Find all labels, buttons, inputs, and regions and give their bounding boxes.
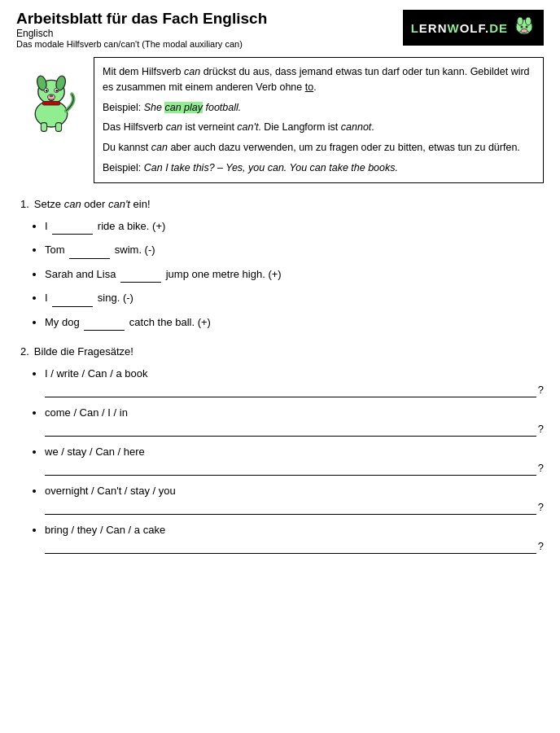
- info-example2: Beispiel: Can I take this? – Yes, you ca…: [103, 160, 535, 176]
- answer-underline: [45, 500, 536, 515]
- exercise-2: 2. Bilde die Fragesätze! I / write / Can…: [20, 345, 544, 554]
- exercise-1-list: I ride a bike. (+) Tom swim. (-) Sarah a…: [20, 218, 544, 331]
- exercise-1-number: 1.: [20, 198, 29, 210]
- info-para1: Mit dem Hilfsverb can drückst du aus, da…: [103, 64, 535, 95]
- list-item: overnight / Can't / stay / you ?: [45, 483, 544, 515]
- ex2-line-3: ?: [45, 460, 544, 476]
- exercise-1-instruction: Setze can oder can't ein!: [34, 198, 151, 210]
- exercise-2-instruction: Bilde die Fragesätze!: [34, 345, 133, 358]
- logo-box: LERNWOLF.DE: [403, 10, 544, 46]
- question-mark: ?: [538, 538, 544, 555]
- exercise-2-number: 2.: [20, 345, 29, 358]
- svg-rect-21: [42, 102, 60, 106]
- exercise-2-list: I / write / Can / a book ? come / Can / …: [20, 366, 544, 554]
- blank-5: [84, 314, 125, 331]
- dog-area: [16, 57, 85, 183]
- answer-underline: [45, 383, 536, 397]
- info-para2: Das Hilfsverb can ist verneint can't. Di…: [103, 120, 535, 135]
- exercise-2-title: 2. Bilde die Fragesätze!: [20, 345, 544, 358]
- question-mark: ?: [538, 382, 544, 398]
- svg-rect-19: [41, 123, 46, 132]
- info-example1: Beispiel: She can play football.: [103, 100, 535, 116]
- svg-point-16: [55, 90, 58, 92]
- list-item: I / write / Can / a book ?: [45, 366, 544, 397]
- blank-4: [52, 290, 93, 307]
- exercise-1-title: 1. Setze can oder can't ein!: [20, 198, 544, 210]
- ex2-prompt-4: overnight / Can't / stay / you: [45, 483, 544, 499]
- blank-2: [69, 242, 110, 259]
- answer-underline: [45, 422, 536, 437]
- question-mark: ?: [538, 421, 544, 437]
- list-item: My dog catch the ball. (+): [45, 314, 544, 331]
- svg-point-3: [521, 26, 523, 29]
- svg-point-18: [49, 94, 53, 97]
- logo-text: LERNWOLF.DE: [411, 21, 508, 35]
- list-item: Sarah and Lisa jump one metre high. (+): [45, 266, 544, 283]
- list-item: we / stay / Can / here ?: [45, 444, 544, 476]
- ex2-line-4: ?: [45, 499, 544, 516]
- svg-point-2: [526, 17, 532, 25]
- exercises: 1. Setze can oder can't ein! I ride a bi…: [16, 198, 544, 555]
- svg-point-4: [526, 26, 528, 29]
- ex2-line-2: ?: [45, 421, 544, 437]
- list-item: bring / they / Can / a cake ?: [45, 522, 544, 554]
- logo-dog-icon: [513, 15, 536, 41]
- dog-illustration: [19, 61, 84, 134]
- svg-point-1: [518, 17, 523, 25]
- header-left: Arbeitsblatt für das Fach Englisch Engli…: [16, 10, 267, 49]
- ex2-prompt-1: I / write / Can / a book: [45, 366, 544, 382]
- question-mark: ?: [538, 499, 544, 516]
- question-mark: ?: [538, 460, 544, 476]
- page-title: Arbeitsblatt für das Fach Englisch: [16, 10, 267, 28]
- info-box: Mit dem Hilfsverb can drückst du aus, da…: [94, 57, 544, 183]
- list-item: Tom swim. (-): [45, 242, 544, 259]
- ex2-line-1: ?: [45, 382, 544, 398]
- page: Arbeitsblatt für das Fach Englisch Engli…: [0, 0, 560, 733]
- subject-label: Englisch: [16, 28, 267, 39]
- content-row: Mit dem Hilfsverb can drückst du aus, da…: [16, 57, 544, 183]
- ex2-prompt-5: bring / they / Can / a cake: [45, 522, 544, 538]
- subtitle-label: Das modale Hilfsverb can/can't (The moda…: [16, 39, 267, 49]
- exercise-1: 1. Setze can oder can't ein! I ride a bi…: [20, 198, 544, 331]
- answer-underline: [45, 539, 536, 554]
- list-item: come / Can / I / in ?: [45, 405, 544, 437]
- blank-3: [120, 266, 161, 283]
- blank-1: [52, 218, 93, 235]
- svg-point-15: [45, 90, 47, 92]
- ex2-prompt-2: come / Can / I / in: [45, 405, 544, 421]
- list-item: I ride a bike. (+): [45, 218, 544, 235]
- list-item: I sing. (-): [45, 290, 544, 307]
- header: Arbeitsblatt für das Fach Englisch Engli…: [16, 10, 544, 49]
- answer-underline: [45, 461, 536, 476]
- svg-rect-20: [55, 123, 61, 132]
- ex2-line-5: ?: [45, 538, 544, 555]
- info-para3: Du kannst can aber auch dazu verwenden, …: [103, 140, 535, 156]
- ex2-prompt-3: we / stay / Can / here: [45, 444, 544, 460]
